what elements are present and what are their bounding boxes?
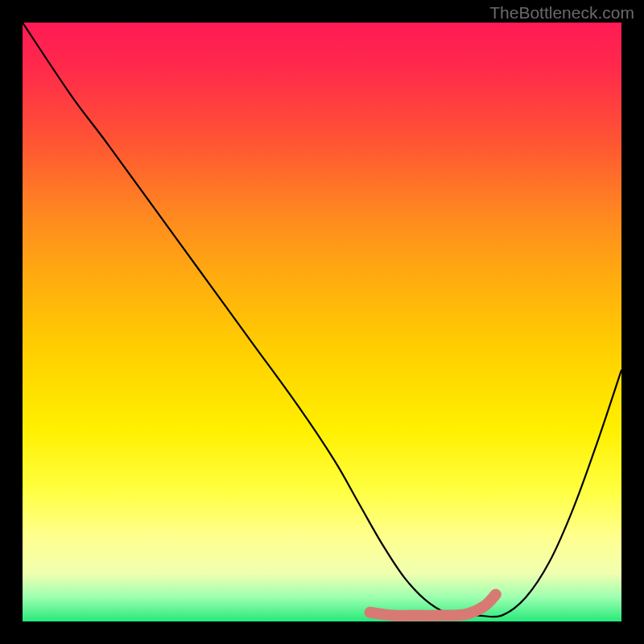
chart-plot-area <box>23 23 621 621</box>
black-curve-path <box>23 23 621 617</box>
chart-svg <box>23 23 621 621</box>
watermark-text: TheBottleneck.com <box>489 3 634 23</box>
